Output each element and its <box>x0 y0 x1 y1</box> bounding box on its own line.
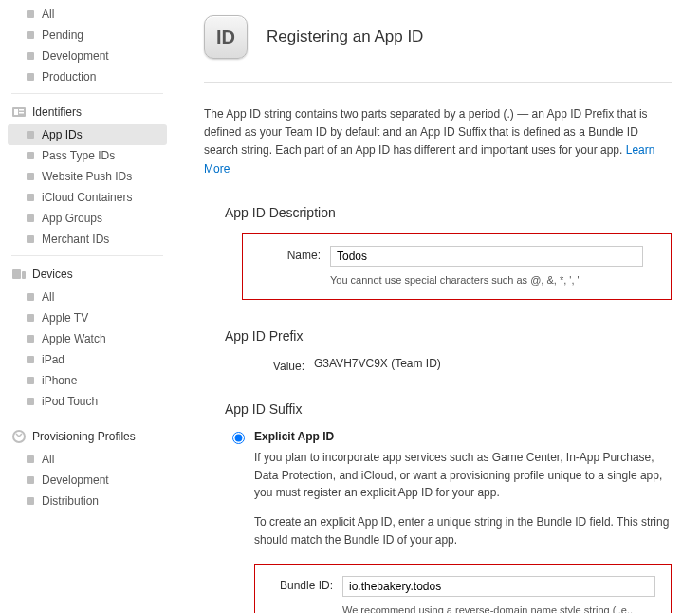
intro-paragraph: The App ID string contains two parts sep… <box>204 105 672 178</box>
svg-rect-3 <box>19 112 24 114</box>
explicit-paragraph: If you plan to incorporate app services … <box>254 449 672 502</box>
sidebar-item-label: iPhone <box>42 374 77 387</box>
bullet-icon <box>27 31 34 39</box>
bullet-icon <box>27 52 34 60</box>
sidebar-item-website-push-ids[interactable]: Website Push IDs <box>0 166 175 187</box>
sidebar-item-label: Pass Type IDs <box>42 149 115 162</box>
explicit-app-id-option: Explicit App ID If you plan to incorpora… <box>232 430 672 613</box>
section-heading: App ID Prefix <box>225 328 672 344</box>
sidebar-separator <box>11 255 163 256</box>
description-highlight-box: Name: You cannot use special characters … <box>242 233 672 301</box>
bullet-icon <box>27 377 34 384</box>
sidebar-item-all[interactable]: All <box>0 4 175 25</box>
sidebar-item-label: Development <box>42 474 109 487</box>
sidebar-item-iphone[interactable]: iPhone <box>0 370 175 391</box>
app-id-badge-icon: ID <box>204 15 248 59</box>
section-app-id-description: App ID Description Name: You cannot use … <box>225 205 672 301</box>
sidebar-item-label: iPod Touch <box>42 395 98 408</box>
sidebar-item-pending[interactable]: Pending <box>0 25 175 46</box>
sidebar-item-label: Website Push IDs <box>42 170 132 183</box>
explicit-title: Explicit App ID <box>254 430 334 443</box>
sidebar-group-devices[interactable]: Devices <box>0 262 175 287</box>
sidebar-item-label: iCloud Containers <box>42 191 132 204</box>
intro-text: The App ID string contains two parts sep… <box>204 107 648 157</box>
bundle-id-label: Bundle ID: <box>270 576 342 592</box>
bullet-icon <box>27 131 34 139</box>
sidebar-item-all[interactable]: All <box>0 449 175 470</box>
sidebar-item-merchant-ids[interactable]: Merchant IDs <box>0 229 175 250</box>
bullet-icon <box>27 214 34 222</box>
sidebar-item-label: Apple TV <box>42 311 88 325</box>
sidebar-group-identifiers[interactable]: Identifiers <box>0 100 175 124</box>
sidebar-item-development[interactable]: Development <box>0 470 175 491</box>
bullet-icon <box>27 194 34 201</box>
devices-icon <box>11 268 27 281</box>
bullet-icon <box>27 235 34 243</box>
sidebar-group-label: Devices <box>32 268 73 281</box>
bullet-icon <box>27 497 34 505</box>
name-hint: You cannot use special characters such a… <box>330 272 655 288</box>
svg-rect-5 <box>22 271 26 279</box>
sidebar-item-apple-watch[interactable]: Apple Watch <box>0 328 175 349</box>
sidebar-item-ipad[interactable]: iPad <box>0 349 175 370</box>
sidebar-separator <box>11 418 163 418</box>
bullet-icon <box>27 455 34 463</box>
sidebar-item-label: Production <box>42 70 96 84</box>
sidebar-item-all[interactable]: All <box>0 287 175 307</box>
sidebar-item-app-groups[interactable]: App Groups <box>0 208 175 229</box>
page-title: Registering an App ID <box>267 28 423 46</box>
sidebar-item-label: Apple Watch <box>42 332 106 345</box>
bundle-id-hint: We recommend using a reverse-domain name… <box>342 603 655 613</box>
section-heading: App ID Suffix <box>225 401 672 417</box>
sidebar-item-pass-type-ids[interactable]: Pass Type IDs <box>0 145 175 166</box>
main-content: ID Registering an App ID The App ID stri… <box>175 0 700 613</box>
bundle-id-highlight-box: Bundle ID: We recommend using a reverse-… <box>254 564 672 613</box>
explicit-app-id-radio[interactable] <box>232 432 245 444</box>
sidebar: AllPendingDevelopmentProduction Identifi… <box>0 0 175 613</box>
bullet-icon <box>27 293 34 301</box>
sidebar-item-ipod-touch[interactable]: iPod Touch <box>0 391 175 412</box>
explicit-paragraph: To create an explicit App ID, enter a un… <box>254 513 672 548</box>
sidebar-item-label: iPad <box>42 353 64 366</box>
bullet-icon <box>27 73 34 81</box>
svg-rect-1 <box>14 109 18 115</box>
bullet-icon <box>27 173 34 180</box>
sidebar-item-label: App IDs <box>42 128 83 141</box>
sidebar-group-label: Provisioning Profiles <box>32 430 136 443</box>
page-header: ID Registering an App ID <box>204 15 672 83</box>
sidebar-item-development[interactable]: Development <box>0 46 175 66</box>
sidebar-item-apple-tv[interactable]: Apple TV <box>0 307 175 328</box>
bundle-id-input[interactable] <box>342 576 655 597</box>
prefix-value: G3AVH7VC9X (Team ID) <box>314 357 441 373</box>
sidebar-group-profiles[interactable]: Provisioning Profiles <box>0 424 175 449</box>
bullet-icon <box>27 335 34 343</box>
sidebar-item-label: App Groups <box>42 212 102 225</box>
profiles-icon <box>11 430 27 443</box>
bullet-icon <box>27 476 34 484</box>
id-icon <box>11 105 27 119</box>
sidebar-item-app-ids[interactable]: App IDs <box>8 124 167 145</box>
section-app-id-suffix: App ID Suffix Explicit App ID If you pla… <box>225 401 672 613</box>
bullet-icon <box>27 356 34 363</box>
sidebar-item-icloud-containers[interactable]: iCloud Containers <box>0 187 175 208</box>
sidebar-item-label: Merchant IDs <box>42 232 109 246</box>
sidebar-item-distribution[interactable]: Distribution <box>0 491 175 511</box>
bullet-icon <box>27 152 34 159</box>
sidebar-item-label: Development <box>42 49 109 63</box>
sidebar-item-label: All <box>42 8 54 21</box>
sidebar-item-production[interactable]: Production <box>0 66 175 87</box>
sidebar-item-label: Distribution <box>42 494 99 508</box>
bullet-icon <box>27 10 34 18</box>
section-app-id-prefix: App ID Prefix Value: G3AVH7VC9X (Team ID… <box>225 328 672 373</box>
sidebar-item-label: All <box>42 453 54 466</box>
svg-rect-4 <box>12 269 21 279</box>
svg-rect-2 <box>19 109 24 111</box>
section-heading: App ID Description <box>225 205 672 220</box>
bullet-icon <box>27 398 34 405</box>
sidebar-separator <box>11 93 163 94</box>
name-input[interactable] <box>330 246 643 267</box>
sidebar-item-label: All <box>42 290 54 304</box>
prefix-label: Value: <box>242 357 314 373</box>
sidebar-item-label: Pending <box>42 28 83 42</box>
sidebar-group-label: Identifiers <box>32 105 82 119</box>
